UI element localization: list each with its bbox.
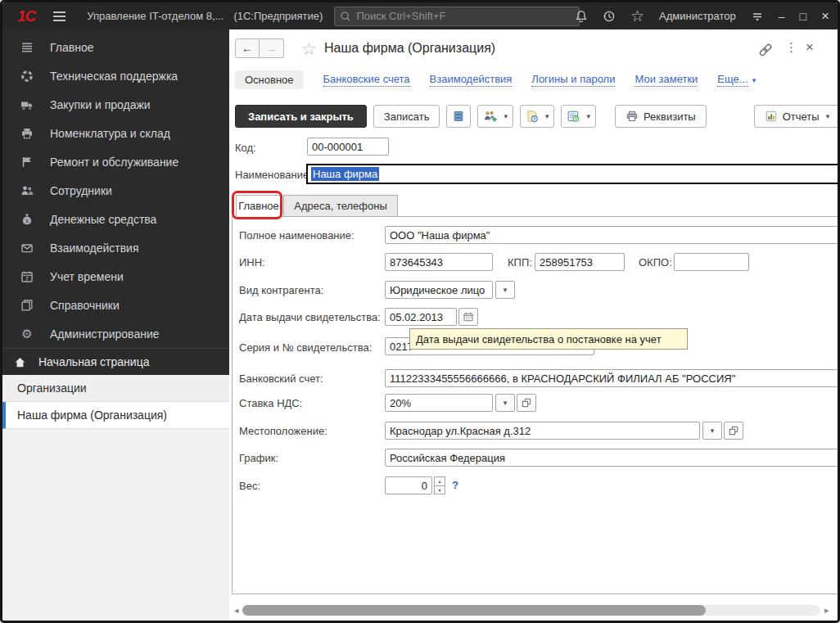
scrollbar-thumb[interactable]	[242, 605, 706, 616]
location-label: Местоположение:	[239, 425, 327, 437]
bank-account-input[interactable]: 11122333455556666666, в КРАСНОДАРСКИЙ ФИ…	[385, 369, 838, 387]
history-icon[interactable]	[603, 10, 616, 23]
nav-link-my-notes[interactable]: Мои заметки	[635, 73, 698, 87]
full-name-input[interactable]: ООО "Наша фирма"	[385, 226, 838, 244]
inn-input[interactable]: 873645343	[385, 253, 493, 271]
vat-open-button[interactable]	[517, 394, 536, 412]
okpo-label: ОКПО:	[639, 256, 672, 269]
sidebar-page-organizations[interactable]: Организации	[2, 375, 229, 402]
vat-select[interactable]: 20%	[385, 394, 493, 412]
sidebar-item-time-tracking[interactable]: 7 Учет времени	[2, 262, 229, 291]
nav-link-bank-accounts[interactable]: Банковские счета	[323, 73, 410, 87]
spin-down-icon[interactable]: ▾	[434, 485, 445, 495]
kind-select[interactable]: Юридическое лицо	[385, 281, 493, 299]
report-chart-icon	[765, 110, 778, 123]
location-dropdown-button[interactable]: ▾	[702, 422, 722, 440]
bank-account-label: Банковский счет:	[239, 372, 323, 385]
reports-button[interactable]: Отчеты ▾	[754, 105, 838, 128]
moneybag-icon: s	[20, 213, 34, 226]
favorites-star-icon[interactable]: ☆	[630, 8, 644, 24]
chevron-down-icon: ▾	[752, 76, 756, 84]
schedule-input[interactable]: Российская Федерация	[385, 449, 838, 467]
main-menu-icon[interactable]	[53, 11, 65, 21]
scroll-left-icon[interactable]: ◂	[234, 605, 239, 616]
cert-date-calendar-button[interactable]	[458, 308, 478, 326]
kind-dropdown-button[interactable]: ▾	[495, 281, 515, 299]
sidebar: Главное Техническая поддержка Закупки и …	[2, 29, 229, 621]
code-input[interactable]: 00-000001	[307, 138, 389, 156]
close-form-button[interactable]: ×	[806, 39, 814, 56]
maximize-button[interactable]: □	[800, 10, 806, 23]
tab-addresses-phones[interactable]: Адреса, телефоны	[283, 195, 398, 217]
favorite-star-icon[interactable]: ☆	[301, 39, 317, 59]
kind-label: Вид контрагента:	[239, 284, 323, 296]
nav-main-chip[interactable]: Основное	[235, 70, 304, 89]
save-and-close-button[interactable]: Записать и закрыть	[235, 105, 367, 128]
gear-icon: ⚙	[20, 327, 34, 341]
sidebar-item-cash[interactable]: s Денежные средства	[2, 205, 229, 233]
weight-stepper[interactable]: ▴ ▾	[434, 476, 445, 494]
chevron-down-icon: ▾	[586, 112, 590, 120]
global-search-input[interactable]: Поиск Ctrl+Shift+F	[334, 7, 580, 26]
spin-up-icon[interactable]: ▴	[434, 476, 445, 485]
sidebar-item-nomenclature-warehouse[interactable]: Номенклатура и склад	[2, 119, 229, 147]
sidebar-item-tech-support[interactable]: Техническая поддержка	[2, 61, 229, 90]
tab-main[interactable]: Главное	[236, 195, 282, 217]
more-menu-icon[interactable]: ⋮	[785, 40, 797, 55]
scroll-right-icon[interactable]: ▸	[824, 605, 829, 616]
back-button[interactable]: ←	[235, 38, 260, 58]
1c-logo: 1С	[17, 7, 35, 25]
location-select[interactable]: Краснодар ул.Красная д.312	[385, 422, 700, 440]
create-event-button[interactable]: ▾	[520, 105, 555, 128]
save-button[interactable]: Записать	[373, 105, 440, 128]
stack-icon-button[interactable]	[446, 105, 471, 128]
service-menu-icon[interactable]	[751, 10, 764, 23]
weight-input[interactable]: 0	[385, 476, 432, 494]
app-name: (1С:Предприятие)	[233, 10, 323, 22]
sidebar-item-purchases-sales[interactable]: Закупки и продажи	[2, 90, 229, 119]
kpp-input[interactable]: 258951753	[535, 253, 625, 271]
home-icon	[14, 355, 27, 368]
cert-date-input[interactable]: 05.02.2013	[385, 308, 457, 326]
okpo-input[interactable]	[674, 253, 749, 271]
name-input[interactable]: Наша фирма	[306, 164, 838, 184]
sidebar-item-administration[interactable]: ⚙ Администрирование	[2, 319, 229, 348]
sidebar-page-our-firm[interactable]: Наша фирма (Организация)	[2, 402, 229, 429]
sidebar-item-repair-service[interactable]: Ремонт и обслуживание	[2, 147, 229, 176]
form-toolbar: Записать и закрыть Записать ▾ ▾ ▾ Реквиз…	[235, 105, 838, 128]
minimize-button[interactable]: –	[779, 10, 785, 23]
nav-link-interactions[interactable]: Взаимодействия	[430, 73, 513, 87]
lifebuoy-icon	[20, 70, 34, 83]
lines-icon	[20, 41, 34, 54]
cert-series-label: Серия и № свидетельства:	[239, 341, 372, 354]
open-form-icon	[522, 398, 531, 408]
create-task-button[interactable]: ▾	[561, 105, 596, 128]
add-contact-button[interactable]: ▾	[477, 105, 513, 128]
window-title: Управление IT-отделом 8,...	[87, 10, 224, 22]
sidebar-item-main[interactable]: Главное	[2, 33, 229, 61]
sidebar-item-start-page[interactable]: Начальная страница	[2, 348, 229, 375]
list-clock-icon	[567, 110, 580, 123]
location-open-button[interactable]	[724, 422, 743, 440]
vat-dropdown-button[interactable]: ▾	[495, 394, 515, 412]
stack-icon	[452, 110, 465, 123]
horizontal-scrollbar[interactable]	[242, 605, 820, 616]
document-clock-icon	[526, 110, 539, 123]
notifications-bell-icon[interactable]	[575, 10, 588, 23]
attributes-print-button[interactable]: Реквизиты	[615, 105, 707, 128]
forward-button[interactable]: →	[260, 38, 284, 58]
weight-help-link[interactable]: ?	[452, 479, 458, 491]
close-window-button[interactable]: ×	[821, 8, 829, 25]
weight-label: Вес:	[239, 480, 260, 492]
sidebar-item-catalogs[interactable]: Справочники	[2, 291, 229, 319]
printer-icon	[20, 127, 34, 140]
nav-more-menu[interactable]: Еще...▾	[717, 73, 756, 87]
sidebar-item-employees[interactable]: Сотрудники	[2, 176, 229, 205]
kpp-label: КПП:	[508, 256, 532, 269]
nav-link-logins-passwords[interactable]: Логины и пароли	[531, 73, 615, 87]
get-link-icon[interactable]	[758, 43, 773, 57]
history-nav-group: ← →	[235, 38, 284, 58]
name-label: Наименование:	[235, 169, 312, 181]
form-area: ← → ☆ Наша фирма (Организация) ⋮ × Основ…	[229, 29, 838, 621]
sidebar-item-interactions[interactable]: Взаимодействия	[2, 233, 229, 262]
